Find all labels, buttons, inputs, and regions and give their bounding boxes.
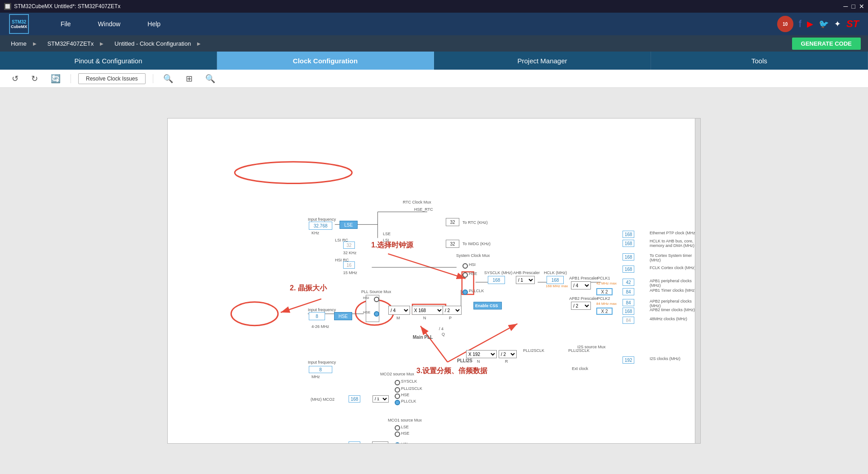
youtube-icon[interactable]: ▶ <box>807 19 813 29</box>
ext-clock-label: Ext clock <box>572 366 588 371</box>
logo-area: STM32 CubeMX <box>9 14 29 34</box>
mco1-lse-radio[interactable] <box>395 425 400 431</box>
pll-mul-n-select[interactable]: X 168 <box>412 306 443 315</box>
hclk-ahb-value[interactable]: 168 <box>623 240 634 247</box>
menu-window[interactable]: Window <box>85 13 134 35</box>
hsi-value[interactable]: 16 <box>343 261 355 269</box>
svg-point-0 <box>235 162 352 184</box>
pll-div-m-select[interactable]: / 4 <box>388 306 410 315</box>
cortex-value[interactable]: 168 <box>623 253 634 261</box>
pclk1-value[interactable]: 42 <box>623 279 634 286</box>
rtc-mux-label: RTC Clock Mux <box>403 200 431 204</box>
pclk2-label: PCLK2 <box>597 296 610 301</box>
tab-clock[interactable]: Clock Configuration <box>217 52 434 70</box>
breadcrumb-device[interactable]: STM32F407ZETx <box>44 35 111 52</box>
tab-project[interactable]: Project Manager <box>434 52 651 70</box>
close-button[interactable]: ✕ <box>859 3 864 10</box>
sysclk-value[interactable]: 168 <box>488 276 505 284</box>
mco1-value[interactable]: 16 <box>349 441 360 444</box>
lse-value[interactable]: 32.768 <box>309 222 332 230</box>
resolve-clock-button[interactable]: Resolve Clock Issues <box>78 73 146 84</box>
community-icon[interactable]: ✦ <box>834 19 841 29</box>
eth-value[interactable]: 168 <box>623 231 634 238</box>
toolbar-separator <box>71 74 71 83</box>
zoom-out-button[interactable]: 🔍 <box>160 72 176 85</box>
menu-help[interactable]: Help <box>134 13 174 35</box>
title-bar-text: STM32CubeMX Untitled*: STM32F407ZETx <box>14 3 120 9</box>
plli2sclk-label: PLLI2SCLK <box>523 348 544 353</box>
apb2-timer-value[interactable]: 168 <box>623 308 634 315</box>
minimize-button[interactable]: ─ <box>844 3 848 10</box>
zoom-in-button[interactable]: 🔍 <box>203 72 218 85</box>
pll-div-p-select[interactable]: / 2 <box>443 306 462 315</box>
hclk-value[interactable]: 168 <box>547 276 564 284</box>
maximize-button[interactable]: □ <box>852 3 855 10</box>
sys-hsi-radio[interactable] <box>462 263 468 269</box>
pclk1-label: PCLK1 <box>597 276 610 280</box>
facebook-icon[interactable]: f <box>799 18 802 30</box>
lsi-value[interactable]: 32 <box>343 242 355 249</box>
plli2s-r-select[interactable]: / 2 <box>499 350 517 358</box>
twitter-icon[interactable]: 🐦 <box>819 19 829 29</box>
title-bar-left: 🔲 STM32CubeMX Untitled*: STM32F407ZETx <box>4 3 120 10</box>
n-label: N <box>423 316 426 320</box>
mco1-hse-radio[interactable] <box>395 431 400 437</box>
redo-button[interactable]: ↻ <box>28 72 41 85</box>
fclk-value[interactable]: 168 <box>623 265 634 273</box>
mhz-value3[interactable]: 8 <box>309 366 332 373</box>
menu-bar: STM32 CubeMX File Window Help 10 f ▶ 🐦 ✦… <box>0 13 868 35</box>
rtc-value: 32 <box>446 218 459 226</box>
tab-tools[interactable]: Tools <box>651 52 868 70</box>
title-bar-controls[interactable]: ─ □ ✕ <box>844 3 864 10</box>
scrollbar-right[interactable] <box>695 118 700 443</box>
breadcrumb-project[interactable]: Untitled - Clock Configuration <box>111 35 208 52</box>
svg-line-7 <box>420 326 448 362</box>
mco1-div-select[interactable]: / 1 <box>372 441 388 444</box>
apb1-pre-label: APB1 Prescaler <box>569 276 598 280</box>
apb2-x2-box: X 2 <box>596 308 613 315</box>
mco1-label: (MHz) MCO1 <box>311 443 335 444</box>
mco2-src-label: MCO2 source Mux <box>380 372 414 376</box>
sys-hse-label: HSE <box>469 271 477 276</box>
mco2-pllclk-radio[interactable] <box>395 400 400 405</box>
st-logo[interactable]: ST <box>846 18 859 30</box>
mco2-hse-radio[interactable] <box>395 393 400 399</box>
hse-value[interactable]: 8 <box>309 312 325 320</box>
apb1-pre-select[interactable]: / 4 <box>571 281 591 289</box>
pll-hsi-radio[interactable] <box>374 297 379 302</box>
zoom-fit-button[interactable]: ⊞ <box>183 72 195 85</box>
r-label: R <box>505 359 508 364</box>
sys-pllclk-radio[interactable] <box>462 289 468 295</box>
mco2-plli2s-radio[interactable] <box>395 387 400 393</box>
to-rtc-label: To RTC (KHz) <box>462 220 488 225</box>
pll-hse-radio[interactable] <box>374 311 379 317</box>
mhz48-value[interactable]: 84 <box>623 317 634 324</box>
ahb-pre-select[interactable]: / 1 <box>516 276 535 284</box>
mco2-sysclk-radio[interactable] <box>395 380 400 385</box>
menu-file[interactable]: File <box>47 13 85 35</box>
mco2-value[interactable]: 168 <box>349 395 360 403</box>
q-label-pos: / 4 <box>439 327 443 331</box>
tab-pinout[interactable]: Pinout & Configuration <box>0 52 217 70</box>
sys-hse-radio[interactable] <box>462 272 468 278</box>
mco2-div-select[interactable]: / 1 <box>373 395 389 403</box>
refresh-button[interactable]: 🔄 <box>48 72 63 85</box>
i2s-clocks-label: I2S clocks (MHz) <box>650 356 680 361</box>
plli2s-n-select[interactable]: X 192 <box>466 350 497 358</box>
apb1-x2-box: X 2 <box>596 288 613 295</box>
clock-diagram[interactable]: 1.选择时钟源 2. 晶振大小 3.设置分频、倍频数据 RTC Clock Mu… <box>167 118 701 444</box>
apb2-timer-label: APB2 timer clocks (MHz) <box>650 308 695 312</box>
mco2-hse: HSE <box>401 393 410 397</box>
menu-items[interactable]: File Window Help <box>47 13 174 35</box>
sys-hsi-label: HSI <box>469 262 476 267</box>
apb2-pre-label: APB2 Prescaler <box>569 296 598 301</box>
i2s-value[interactable]: 192 <box>623 356 634 364</box>
input-freq2-label: Input frequency <box>308 308 336 312</box>
breadcrumb-home[interactable]: Home <box>7 35 44 52</box>
apb2-pre-select[interactable]: / 2 <box>571 302 591 310</box>
mco1-hsi-radio[interactable] <box>395 442 400 444</box>
generate-code-button[interactable]: GENERATE CODE <box>792 38 861 50</box>
undo-button[interactable]: ↺ <box>9 72 21 85</box>
pclk2-value[interactable]: 84 <box>623 299 634 306</box>
apb1-timer-value[interactable]: 84 <box>623 288 634 295</box>
